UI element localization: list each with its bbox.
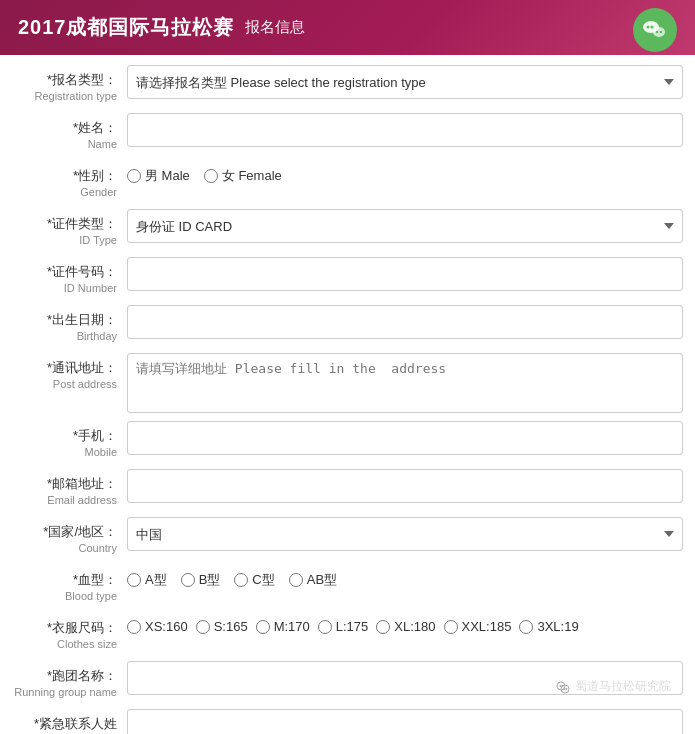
name-row: *姓名： Name: [12, 113, 683, 153]
running-group-label: *跑团名称： Running group name: [12, 661, 127, 701]
blood-type-ab-option[interactable]: AB型: [289, 571, 337, 589]
id-number-label: *证件号码： ID Number: [12, 257, 127, 297]
clothes-l-radio[interactable]: [318, 620, 332, 634]
post-address-label: *通讯地址： Post address: [12, 353, 127, 393]
clothes-s-label: S:165: [214, 619, 248, 634]
clothes-xs-label: XS:160: [145, 619, 188, 634]
blood-type-ab-label: AB型: [307, 571, 337, 589]
clothes-size-label: *衣服尺码： Clothes size: [12, 613, 127, 653]
clothes-l-option[interactable]: L:175: [318, 619, 369, 634]
registration-type-select[interactable]: 请选择报名类型 Please select the registration t…: [127, 65, 683, 99]
country-row: *国家/地区： Country 中国 其他 Other: [12, 517, 683, 557]
country-wrapper: 中国 其他 Other: [127, 517, 683, 551]
blood-type-radio-group: A型 B型 C型 AB型: [127, 565, 337, 589]
clothes-l-label: L:175: [336, 619, 369, 634]
gender-male-radio[interactable]: [127, 169, 141, 183]
blood-type-row: *血型： Blood type A型 B型 C型: [12, 565, 683, 605]
clothes-3xl-label: 3XL:19: [537, 619, 578, 634]
mobile-input[interactable]: [127, 421, 683, 455]
page-wrapper: 2017成都国际马拉松赛 报名信息 *报名类型： Registration ty…: [0, 0, 695, 734]
gender-female-label: 女 Female: [222, 167, 282, 185]
birthday-row: *出生日期： Birthday: [12, 305, 683, 345]
birthday-label: *出生日期： Birthday: [12, 305, 127, 345]
blood-type-c-radio[interactable]: [234, 573, 248, 587]
id-type-select[interactable]: 身份证 ID CARD 护照 Passport: [127, 209, 683, 243]
post-address-textarea[interactable]: [127, 353, 683, 413]
svg-point-2: [651, 26, 654, 29]
blood-type-label: *血型： Blood type: [12, 565, 127, 605]
clothes-size-wrapper: XS:160 S:165 M:170 L:175: [127, 613, 683, 634]
header-sub-title: 报名信息: [245, 18, 305, 37]
clothes-xl-radio[interactable]: [376, 620, 390, 634]
gender-male-option[interactable]: 男 Male: [127, 167, 190, 185]
clothes-xl-option[interactable]: XL:180: [376, 619, 435, 634]
name-label: *姓名： Name: [12, 113, 127, 153]
gender-female-radio[interactable]: [204, 169, 218, 183]
running-group-row: *跑团名称： Running group name 蜀道马拉松研究院: [12, 661, 683, 701]
blood-type-a-label: A型: [145, 571, 167, 589]
email-label: *邮箱地址： Email address: [12, 469, 127, 509]
post-address-row: *通讯地址： Post address: [12, 353, 683, 413]
clothes-xl-label: XL:180: [394, 619, 435, 634]
form-container: *报名类型： Registration type 请选择报名类型 Please …: [0, 55, 695, 734]
gender-label: *性别： Gender: [12, 161, 127, 201]
header-main-title: 2017成都国际马拉松赛: [18, 14, 235, 41]
id-type-wrapper: 身份证 ID CARD 护照 Passport: [127, 209, 683, 243]
blood-type-c-label: C型: [252, 571, 274, 589]
clothes-xxl-radio[interactable]: [444, 620, 458, 634]
registration-type-label: *报名类型： Registration type: [12, 65, 127, 105]
email-wrapper: [127, 469, 683, 503]
clothes-xs-option[interactable]: XS:160: [127, 619, 188, 634]
blood-type-ab-radio[interactable]: [289, 573, 303, 587]
id-type-label: *证件类型： ID Type: [12, 209, 127, 249]
header-logo: [633, 8, 677, 52]
running-group-input[interactable]: [127, 661, 683, 695]
clothes-m-radio[interactable]: [256, 620, 270, 634]
country-label: *国家/地区： Country: [12, 517, 127, 557]
registration-type-row: *报名类型： Registration type 请选择报名类型 Please …: [12, 65, 683, 105]
svg-point-4: [656, 31, 658, 33]
email-row: *邮箱地址： Email address: [12, 469, 683, 509]
country-select[interactable]: 中国 其他 Other: [127, 517, 683, 551]
gender-radio-group: 男 Male 女 Female: [127, 161, 282, 185]
blood-type-a-radio[interactable]: [127, 573, 141, 587]
clothes-m-label: M:170: [274, 619, 310, 634]
clothes-3xl-option[interactable]: 3XL:19: [519, 619, 578, 634]
id-number-row: *证件号码： ID Number: [12, 257, 683, 297]
mobile-label: *手机： Mobile: [12, 421, 127, 461]
name-input[interactable]: [127, 113, 683, 147]
email-input[interactable]: [127, 469, 683, 503]
id-type-row: *证件类型： ID Type 身份证 ID CARD 护照 Passport: [12, 209, 683, 249]
registration-type-wrapper: 请选择报名类型 Please select the registration t…: [127, 65, 683, 99]
id-number-wrapper: [127, 257, 683, 291]
gender-row: *性别： Gender 男 Male 女 Female: [12, 161, 683, 201]
clothes-m-option[interactable]: M:170: [256, 619, 310, 634]
svg-point-3: [653, 27, 665, 37]
clothes-size-row: *衣服尺码： Clothes size XS:160 S:165 M:170: [12, 613, 683, 653]
post-address-wrapper: [127, 353, 683, 413]
emergency-contact-input[interactable]: [127, 709, 683, 734]
svg-point-1: [647, 26, 650, 29]
emergency-contact-label: *紧急联系人姓名： Contact Name: [12, 709, 127, 734]
clothes-s-radio[interactable]: [196, 620, 210, 634]
mobile-row: *手机： Mobile: [12, 421, 683, 461]
header: 2017成都国际马拉松赛 报名信息: [0, 0, 695, 55]
clothes-xxl-option[interactable]: XXL:185: [444, 619, 512, 634]
running-group-wrapper: [127, 661, 683, 695]
clothes-xs-radio[interactable]: [127, 620, 141, 634]
gender-female-option[interactable]: 女 Female: [204, 167, 282, 185]
clothes-xxl-label: XXL:185: [462, 619, 512, 634]
blood-type-b-radio[interactable]: [181, 573, 195, 587]
blood-type-b-option[interactable]: B型: [181, 571, 221, 589]
wechat-icon: [641, 16, 669, 44]
blood-type-c-option[interactable]: C型: [234, 571, 274, 589]
clothes-size-radio-group: XS:160 S:165 M:170 L:175: [127, 613, 579, 634]
clothes-s-option[interactable]: S:165: [196, 619, 248, 634]
birthday-wrapper: [127, 305, 683, 339]
birthday-input[interactable]: [127, 305, 683, 339]
clothes-3xl-radio[interactable]: [519, 620, 533, 634]
gender-male-label: 男 Male: [145, 167, 190, 185]
gender-wrapper: 男 Male 女 Female: [127, 161, 683, 185]
blood-type-a-option[interactable]: A型: [127, 571, 167, 589]
id-number-input[interactable]: [127, 257, 683, 291]
